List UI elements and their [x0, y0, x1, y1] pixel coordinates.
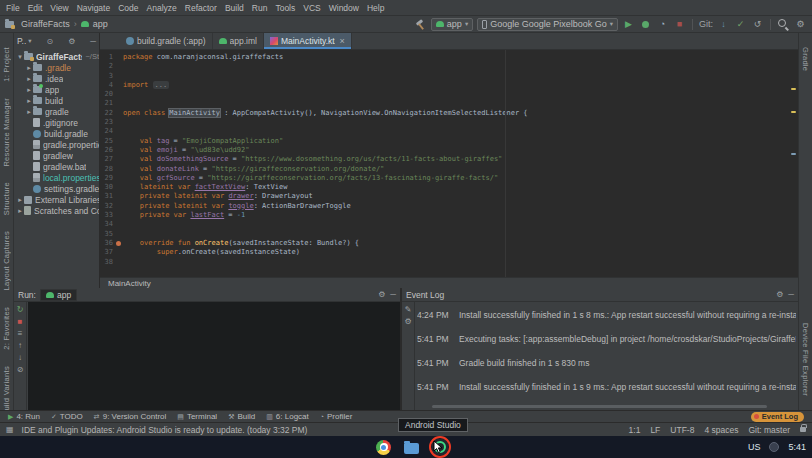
menu-item-file[interactable]: File — [2, 0, 24, 16]
chevron-right-icon[interactable]: ▸ — [25, 64, 33, 72]
clear-icon[interactable]: ⊘ — [17, 365, 24, 374]
run-console[interactable] — [28, 302, 400, 410]
breadcrumb-project[interactable]: GiraffeFacts — [21, 19, 70, 29]
line-number[interactable]: 30 — [100, 183, 116, 192]
minimize-icon[interactable]: ─ — [788, 290, 794, 299]
build-hammer-icon[interactable] — [414, 18, 427, 31]
line-number[interactable]: 24 — [100, 127, 116, 136]
breadcrumb-class[interactable]: MainActivity — [108, 279, 151, 288]
menu-item-navigate[interactable]: Navigate — [73, 0, 115, 16]
line-number[interactable]: 2 — [100, 62, 116, 71]
breadcrumb-module[interactable]: app — [93, 19, 108, 29]
tree-item-app[interactable]: ▸app — [14, 84, 99, 95]
menu-item-refactor[interactable]: Refactor — [181, 0, 221, 16]
code-line[interactable]: 24 — [100, 127, 798, 136]
line-number[interactable]: 36 — [100, 239, 116, 248]
menu-item-vcs[interactable]: VCS — [299, 0, 324, 16]
line-number[interactable]: 35 — [100, 230, 116, 239]
chevron-right-icon[interactable]: ▸ — [25, 75, 33, 83]
menu-item-code[interactable]: Code — [114, 0, 142, 16]
tree-item-gradle-properties[interactable]: gradle.properties — [14, 139, 99, 150]
code-line[interactable]: 37 super.onCreate(savedInstanceState) — [100, 248, 798, 257]
code-area[interactable]: 1package com.naranjaconsal.giraffefacts2… — [100, 50, 798, 277]
up-icon[interactable]: ↑ — [18, 341, 22, 350]
line-number[interactable]: 20 — [100, 90, 116, 99]
status-widget-git-master[interactable]: Git: master — [748, 425, 790, 435]
gear-icon[interactable]: ⚙ — [404, 317, 411, 326]
code-line[interactable]: 20 — [100, 90, 798, 99]
hide-panel-icon[interactable]: ─ — [90, 37, 96, 46]
code-line[interactable]: 2 — [100, 62, 798, 71]
code-line[interactable]: 28 val donateLink = "https://giraffecons… — [100, 165, 798, 174]
menu-item-window[interactable]: Window — [325, 0, 363, 16]
code-line[interactable]: 25 val tag = "EmojiCompatApplication" — [100, 137, 798, 146]
toolwindow-button-9-version-control[interactable]: ⇄9: Version Control — [94, 412, 166, 421]
toolwindow-button-4-run[interactable]: ▶4: Run — [8, 412, 40, 421]
toolwindow-button-1-project[interactable]: 1: Project — [2, 47, 11, 82]
stop-button[interactable]: ■ — [673, 18, 686, 31]
line-number[interactable]: 26 — [100, 146, 116, 155]
line-number[interactable]: 31 — [100, 192, 116, 201]
chevron-down-icon[interactable]: ▾ — [28, 37, 31, 45]
locate-icon[interactable]: ⊙ — [47, 37, 54, 46]
toolwindow-button-device-file-explorer[interactable]: Device File Explorer — [801, 323, 810, 396]
line-number[interactable]: 37 — [100, 248, 116, 257]
tree-item-gradle[interactable]: ▸gradle — [14, 106, 99, 117]
code-line[interactable]: 38 — [100, 258, 798, 267]
editor-breadcrumb-bar[interactable]: MainActivity — [100, 277, 798, 288]
status-widget-4-spaces[interactable]: 4 spaces — [704, 425, 738, 435]
tree-item-scratches-and-co[interactable]: ▸Scratches and Co — [14, 205, 99, 216]
tree-item-settings-gradle[interactable]: settings.gradle — [14, 183, 99, 194]
tray-status-icon[interactable] — [769, 442, 779, 452]
code-line[interactable]: 22open class MainActivity : AppCompatAct… — [100, 109, 798, 118]
toolwindow-button-todo[interactable]: ✓TODO — [51, 412, 83, 421]
toolwindow-button-profiler[interactable]: ◔Profiler — [320, 412, 353, 421]
menu-item-run[interactable]: Run — [248, 0, 272, 16]
line-number[interactable]: 22 — [100, 109, 116, 118]
code-line[interactable]: 36 override fun onCreate(savedInstanceSt… — [100, 239, 798, 248]
line-number[interactable]: 3 — [100, 72, 116, 81]
menu-item-view[interactable]: View — [46, 0, 72, 16]
clock[interactable]: 5:41 — [788, 442, 806, 452]
chevron-down-icon[interactable]: ▾ — [16, 53, 24, 61]
git-rollback-button[interactable]: ↺ — [751, 18, 764, 31]
git-update-button[interactable]: ↓ — [717, 18, 730, 31]
layout-icon[interactable]: ≡ — [18, 329, 23, 338]
editor-tab-app-iml[interactable]: app.iml — [213, 33, 264, 49]
code-line[interactable]: 33 private var lastFact = -1 — [100, 211, 798, 220]
toolwindow-toggle-icon[interactable]: ▦ — [6, 425, 14, 434]
tree-item-gradlew[interactable]: gradlew — [14, 150, 99, 161]
tree-item-gradlew-bat[interactable]: gradlew.bat — [14, 161, 99, 172]
status-widget-lf[interactable]: LF — [650, 425, 660, 435]
gear-icon[interactable]: ⚙ — [378, 290, 385, 299]
line-number[interactable]: 38 — [100, 258, 116, 267]
tree-item-build-gradle[interactable]: build.gradle — [14, 128, 99, 139]
git-commit-button[interactable]: ✓ — [734, 18, 747, 31]
toolwindow-button-structure[interactable]: Structure — [2, 182, 11, 215]
pencil-icon[interactable]: ✎ — [405, 305, 412, 314]
line-number[interactable]: 21 — [100, 99, 116, 108]
chrome-icon[interactable] — [376, 440, 391, 455]
event-log-statusbar-button[interactable]: Event Log — [751, 412, 804, 422]
code-line[interactable]: 35 — [100, 230, 798, 239]
toolwindow-button-build[interactable]: ⚒Build — [228, 412, 255, 421]
tree-item-external-libraries[interactable]: ▸External Libraries — [14, 194, 99, 205]
tree-item-local-properties[interactable]: local.properties — [14, 172, 99, 183]
chevron-right-icon[interactable]: ▸ — [16, 207, 24, 215]
tree-item-gitignore[interactable]: .gitignore — [14, 117, 99, 128]
menu-item-tools[interactable]: Tools — [271, 0, 299, 16]
status-widget-utf-8[interactable]: UTF-8 — [670, 425, 694, 435]
event-log-entry[interactable]: 5:41 PMInstall successfully finished in … — [417, 382, 796, 404]
rerun-icon[interactable]: ↻ — [17, 305, 24, 314]
code-line[interactable]: 26 val emoji = "\ud83e\udd92" — [100, 146, 798, 155]
minimize-icon[interactable]: ─ — [390, 290, 396, 299]
code-line[interactable]: 3 — [100, 72, 798, 81]
debug-button[interactable] — [639, 18, 652, 31]
toolwindow-button-gradle[interactable]: Gradle — [801, 47, 810, 71]
menu-item-help[interactable]: Help — [363, 0, 388, 16]
line-number[interactable]: 23 — [100, 118, 116, 127]
code-line[interactable]: 30 lateinit var factTextView: TextView — [100, 183, 798, 192]
line-number[interactable]: 27 — [100, 155, 116, 164]
settings-gear-icon[interactable]: ⚙ — [794, 18, 807, 31]
code-line[interactable]: 4import ... — [100, 81, 798, 90]
